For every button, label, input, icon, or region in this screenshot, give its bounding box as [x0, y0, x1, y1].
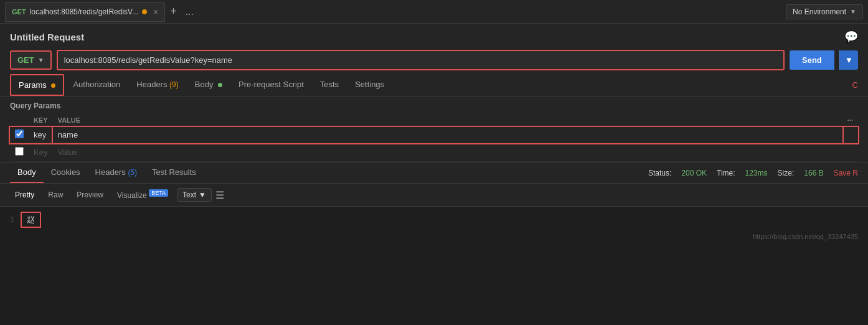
body-format-visualize[interactable]: Visualize BETA: [112, 187, 173, 202]
env-select-label: No Environment: [793, 7, 846, 16]
param-value: name: [58, 130, 78, 139]
method-selector[interactable]: GET ▼: [10, 50, 52, 70]
param-key-cell[interactable]: key: [29, 127, 53, 143]
table-row-empty: Key Value: [10, 143, 858, 162]
format-label: Text: [182, 191, 196, 199]
response-content: 1 赵 https://blog.csdn.net/qq_33247435: [0, 207, 868, 244]
resp-tab-test-results[interactable]: Test Results: [144, 162, 204, 183]
environment-selector[interactable]: No Environment ▼: [786, 4, 863, 19]
table-row: key name: [10, 127, 858, 143]
body-format-preview[interactable]: Preview: [72, 188, 108, 202]
request-title-bar: Untitled Request 💬: [0, 24, 868, 46]
env-chevron-down-icon: ▼: [850, 8, 856, 15]
param-key: key: [34, 130, 46, 139]
params-col-value: VALUE: [53, 114, 842, 127]
size-label: Size:: [778, 169, 795, 177]
empty-value-cell[interactable]: Value: [53, 143, 842, 162]
line-number: 1: [10, 215, 14, 224]
empty-key-cell[interactable]: Key: [29, 143, 53, 162]
params-table: KEY VALUE ··· key name: [10, 114, 858, 162]
tab-modified-dot: [142, 9, 147, 14]
tab-headers[interactable]: Headers (9): [129, 75, 186, 95]
time-value: 123ms: [745, 169, 768, 177]
request-title: Untitled Request: [10, 32, 84, 42]
format-selector[interactable]: Text ▼: [177, 188, 212, 202]
format-chevron-icon: ▼: [199, 191, 206, 199]
tab-body[interactable]: Body: [187, 75, 230, 95]
tab-pre-request-script[interactable]: Pre-request Script: [231, 75, 311, 95]
response-tabs: Body Cookies Headers (5) Test Results St…: [0, 162, 868, 184]
empty-checkbox-cell[interactable]: [10, 143, 29, 162]
size-value: 166 B: [804, 169, 823, 177]
params-dot: [51, 83, 55, 88]
method-chevron-icon: ▼: [38, 57, 44, 64]
new-tab-button[interactable]: +: [165, 5, 182, 18]
param-value-cell[interactable]: name: [53, 127, 842, 143]
params-col-checkbox: [10, 114, 29, 127]
empty-param-checkbox[interactable]: [15, 147, 24, 156]
params-col-key: KEY: [29, 114, 53, 127]
tab-method: GET: [12, 8, 26, 16]
response-status-bar: Status: 200 OK Time: 123ms Size: 166 B S…: [648, 169, 858, 177]
url-input-container: [57, 50, 785, 70]
resp-tab-body[interactable]: Body: [10, 162, 44, 183]
method-label: GET: [17, 55, 34, 65]
resp-headers-count: (5): [128, 168, 137, 177]
response-line: 1 赵: [10, 212, 858, 228]
body-format-pretty[interactable]: Pretty: [10, 188, 39, 202]
send-dropdown-chevron-icon: ▼: [845, 55, 853, 65]
query-params-title: Query Params: [10, 101, 858, 110]
save-response-button[interactable]: Save R: [834, 169, 858, 177]
request-tabs: Params Authorization Headers (9) Body Pr…: [0, 74, 868, 97]
comment-icon[interactable]: 💬: [844, 30, 858, 44]
tab-close-icon[interactable]: ×: [153, 7, 158, 17]
url-bar: GET ▼ Send ▼: [0, 46, 868, 74]
response-text-value: 赵: [27, 214, 35, 225]
tab-authorization[interactable]: Authorization: [65, 75, 128, 95]
empty-value-placeholder: Value: [58, 148, 78, 157]
wrap-icon[interactable]: ☰: [215, 189, 224, 201]
beta-badge: BETA: [149, 189, 168, 197]
tab-settings[interactable]: Settings: [347, 75, 392, 95]
query-params-section: Query Params KEY VALUE ··· key name: [0, 97, 868, 162]
send-dropdown-button[interactable]: ▼: [839, 50, 858, 70]
env-select-dropdown[interactable]: No Environment ▼: [786, 4, 863, 19]
empty-row-more: [842, 143, 858, 162]
url-input[interactable]: [58, 51, 783, 69]
response-value-box: 赵: [21, 212, 41, 228]
response-footer-url: https://blog.csdn.net/qq_33247435: [753, 233, 858, 240]
status-label: Status:: [648, 169, 671, 177]
tab-params[interactable]: Params: [10, 74, 64, 96]
params-col-more: ···: [842, 114, 858, 127]
body-dot: [218, 83, 222, 87]
empty-key-placeholder: Key: [34, 148, 47, 157]
status-value: 200 OK: [681, 169, 707, 177]
resp-tab-headers[interactable]: Headers (5): [88, 162, 144, 183]
resp-tab-cookies[interactable]: Cookies: [44, 162, 88, 183]
param-checkbox[interactable]: [15, 130, 24, 138]
response-body-bar: Pretty Raw Preview Visualize BETA Text ▼…: [0, 184, 868, 207]
send-button[interactable]: Send: [790, 50, 834, 70]
param-row-more[interactable]: [842, 127, 858, 143]
response-section: Body Cookies Headers (5) Test Results St…: [0, 162, 868, 244]
time-label: Time:: [717, 169, 735, 177]
tab-url: localhost:8085/redis/getRedisV...: [30, 7, 138, 16]
tab-tests[interactable]: Tests: [313, 75, 346, 95]
tabs-more-icon[interactable]: ...: [182, 6, 197, 17]
cookies-shortcut[interactable]: C: [852, 80, 858, 90]
tab-bar: GET localhost:8085/redis/getRedisV... × …: [0, 0, 868, 24]
request-tab[interactable]: GET localhost:8085/redis/getRedisV... ×: [5, 2, 165, 22]
body-format-raw[interactable]: Raw: [43, 188, 68, 202]
param-checkbox-cell[interactable]: [10, 127, 29, 143]
